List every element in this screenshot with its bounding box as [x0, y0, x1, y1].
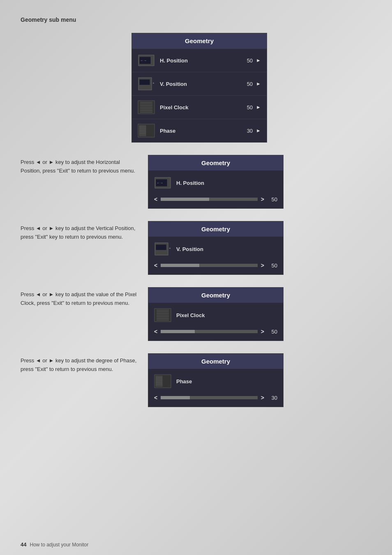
- v-position-icon: +: [138, 76, 155, 91]
- sub-h-arrow-right[interactable]: >: [261, 196, 264, 203]
- sub-desc-pixel-clock: Press ◄ or ► key to adjust the value of …: [21, 287, 148, 308]
- svg-text:+: +: [152, 81, 154, 85]
- sub-ph-value: 30: [267, 395, 277, 401]
- sub-phase-icon: [154, 374, 171, 389]
- menu-value-h-position: 50: [247, 58, 253, 64]
- sub-ph-slider-row: < > 30: [148, 392, 283, 407]
- sub-pc-slider-track[interactable]: [161, 330, 258, 333]
- sub-v-value: 50: [267, 263, 277, 269]
- sub-pc-slider-row: < > 50: [148, 326, 283, 341]
- sub-section-v-position: Press ◄ or ► key to adjust the Vertical …: [21, 221, 371, 275]
- svg-rect-4: [139, 79, 150, 85]
- sub-section-h-position: Press ◄ or ► key to adjust the Horizonta…: [21, 155, 371, 209]
- sub-v-label: V. Position: [176, 246, 203, 252]
- menu-label-h-position: H. Position: [160, 58, 247, 64]
- sub-panel-v-position: Geometry + V. Position < > 50: [148, 221, 284, 275]
- sub-panel-ph-title: Geometry: [148, 354, 283, 369]
- sub-panel-v-icon-row: + V. Position: [148, 237, 283, 260]
- sub-panel-phase: Geometry Phase < > 30: [148, 353, 284, 407]
- sub-ph-label: Phase: [176, 378, 192, 385]
- sub-panel-ph-icon-row: Phase: [148, 369, 283, 392]
- menu-arrow-v-position: ►: [256, 81, 261, 87]
- page-footer: 44 How to adjust your Monitor: [21, 541, 88, 548]
- sub-ph-arrow-left[interactable]: <: [154, 394, 157, 401]
- menu-value-phase: 30: [247, 128, 253, 134]
- menu-arrow-h-position: ►: [256, 58, 261, 63]
- sub-h-arrow-left[interactable]: <: [154, 196, 157, 203]
- sub-panel-pc-title: Geometry: [148, 288, 283, 303]
- menu-label-v-position: V. Position: [160, 81, 247, 87]
- sub-desc-v-position: Press ◄ or ► key to adjust the Vertical …: [21, 221, 148, 242]
- menu-row-pixel-clock[interactable]: Pixel Clock 50 ►: [132, 95, 267, 119]
- footer-text: How to adjust your Monitor: [30, 542, 88, 548]
- menu-arrow-phase: ►: [256, 128, 261, 134]
- sub-h-position-icon: ←→: [154, 175, 171, 190]
- menu-value-pixel-clock: 50: [247, 104, 253, 111]
- menu-arrow-pixel-clock: ►: [256, 104, 261, 110]
- sub-ph-slider-track[interactable]: [161, 396, 258, 399]
- pixel-clock-icon: [138, 100, 155, 115]
- sub-h-label: H. Position: [176, 180, 204, 186]
- h-position-icon: ←→: [138, 53, 155, 68]
- sub-pc-label: Pixel Clock: [176, 312, 205, 318]
- sub-pc-arrow-right[interactable]: >: [261, 328, 264, 335]
- sub-ph-slider-fill: [161, 396, 190, 399]
- svg-text:+: +: [169, 246, 171, 250]
- sub-pixel-clock-icon: [154, 308, 171, 322]
- sub-v-slider-fill: [161, 264, 199, 267]
- menu-row-phase[interactable]: Phase 30 ►: [132, 119, 267, 142]
- sub-section-phase: Press ◄ or ► key to adjust the degree of…: [21, 353, 371, 407]
- menu-value-v-position: 50: [247, 81, 253, 87]
- sub-pc-slider-fill: [161, 330, 194, 333]
- sub-h-slider-row: < > 50: [148, 193, 283, 208]
- sub-v-slider-track[interactable]: [161, 264, 258, 267]
- sub-panel-h-icon-row: ←→ H. Position: [148, 170, 283, 193]
- sub-v-position-icon: +: [154, 242, 171, 256]
- sub-ph-arrow-right[interactable]: >: [261, 394, 264, 401]
- menu-row-v-position[interactable]: + V. Position 50 ►: [132, 72, 267, 95]
- sub-h-slider-fill: [161, 198, 209, 201]
- phase-icon: [138, 123, 155, 138]
- sub-pc-arrow-left[interactable]: <: [154, 328, 157, 335]
- sub-panel-pixel-clock: Geometry Pixel Clock <: [148, 287, 284, 341]
- sub-section-pixel-clock: Press ◄ or ► key to adjust the value of …: [21, 287, 371, 341]
- sub-desc-phase: Press ◄ or ► key to adjust the degree of…: [21, 353, 148, 374]
- sub-desc-h-position: Press ◄ or ► key to adjust the Horizonta…: [21, 155, 148, 175]
- sub-v-slider-row: < > 50: [148, 260, 283, 274]
- sub-panel-h-position: Geometry ←→ H. Position < > 50: [148, 155, 284, 209]
- footer-page-number: 44: [21, 541, 26, 548]
- svg-text:←→: ←→: [157, 181, 163, 185]
- sub-panel-v-title: Geometry: [148, 221, 283, 237]
- sub-h-slider-track[interactable]: [161, 198, 258, 201]
- sub-panel-h-title: Geometry: [148, 155, 283, 170]
- menu-label-phase: Phase: [160, 128, 247, 134]
- sub-v-arrow-left[interactable]: <: [154, 262, 157, 269]
- page-title: Geometry sub menu: [21, 16, 371, 23]
- sub-pc-value: 50: [267, 329, 277, 335]
- main-menu: Geometry ←→ H. Position 50 ► + V. Positi…: [131, 33, 267, 143]
- sub-h-value: 50: [267, 196, 277, 203]
- svg-rect-25: [156, 244, 166, 250]
- svg-text:←→: ←→: [140, 59, 147, 62]
- sub-panel-pc-icon-row: Pixel Clock: [148, 303, 283, 326]
- menu-row-h-position[interactable]: ←→ H. Position 50 ►: [132, 48, 267, 72]
- menu-label-pixel-clock: Pixel Clock: [160, 104, 247, 111]
- main-menu-title: Geometry: [132, 33, 267, 48]
- sub-v-arrow-right[interactable]: >: [261, 262, 264, 269]
